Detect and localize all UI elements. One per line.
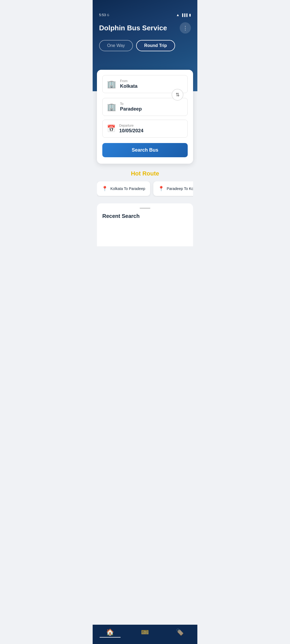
more-options-button[interactable]: ⋮: [180, 22, 191, 34]
calendar-icon: 📅: [107, 125, 115, 133]
from-field-content: From Kolkata: [120, 79, 183, 89]
signal-icon: ▐▐▐: [181, 13, 187, 17]
status-bar: 5:53 G ▲ ▐▐▐ ▮: [99, 13, 191, 17]
trip-toggle: One Way Round Trip: [99, 40, 191, 51]
departure-value: 10/05/2024: [119, 128, 183, 134]
swap-button[interactable]: ⇅: [172, 89, 183, 101]
list-item[interactable]: 📍 Kolkata To Paradeep: [97, 181, 150, 196]
hot-route-section: Hot Route 📍 Kolkata To Paradeep 📍 Parade…: [97, 170, 193, 197]
one-way-button[interactable]: One Way: [99, 40, 133, 51]
to-field[interactable]: 🏢 To Paradeep: [102, 98, 188, 116]
round-trip-button[interactable]: Round Trip: [136, 40, 175, 51]
recent-search-title: Recent Search: [102, 213, 188, 219]
from-label: From: [120, 79, 183, 83]
battery-icon: ▮: [189, 13, 191, 17]
to-label: To: [120, 102, 183, 106]
more-icon: ⋮: [183, 25, 188, 31]
drag-handle: [140, 208, 150, 209]
app-title-row: Dolphin Bus Service ⋮: [99, 22, 191, 34]
to-value: Paradeep: [120, 106, 183, 112]
list-item[interactable]: 📍 Paradeep To Kolkata: [153, 181, 193, 196]
swap-icon: ⇅: [176, 92, 180, 98]
pin-icon: 📍: [158, 186, 164, 192]
search-card: 🏢 From Kolkata ⇅ 🏢 To Paradeep 📅 Departu…: [97, 70, 193, 164]
departure-field-content: Departure 10/05/2024: [119, 124, 183, 134]
wifi-icon: ▲: [176, 13, 180, 17]
route-label: Kolkata To Paradeep: [110, 186, 145, 191]
to-field-content: To Paradeep: [120, 102, 183, 112]
departure-date-field[interactable]: 📅 Departure 10/05/2024: [102, 120, 188, 138]
status-icons: ▲ ▐▐▐ ▮: [176, 13, 191, 17]
pin-icon: 📍: [102, 186, 108, 192]
status-time: 5:53 G: [99, 13, 109, 17]
route-label: Paradeep To Kolkata: [167, 186, 193, 191]
building-icon: 🏢: [107, 80, 116, 89]
app-title: Dolphin Bus Service: [99, 24, 167, 32]
search-bus-button[interactable]: Search Bus: [102, 143, 188, 157]
from-value: Kolkata: [120, 83, 183, 89]
building-icon-2: 🏢: [107, 103, 116, 111]
bottom-content: Hot Route 📍 Kolkata To Paradeep 📍 Parade…: [93, 164, 197, 253]
departure-label: Departure: [119, 124, 183, 127]
recent-search-section: Recent Search: [97, 203, 193, 246]
hot-route-title: Hot Route: [97, 170, 193, 177]
route-cards-list: 📍 Kolkata To Paradeep 📍 Paradeep To Kolk…: [97, 181, 193, 197]
